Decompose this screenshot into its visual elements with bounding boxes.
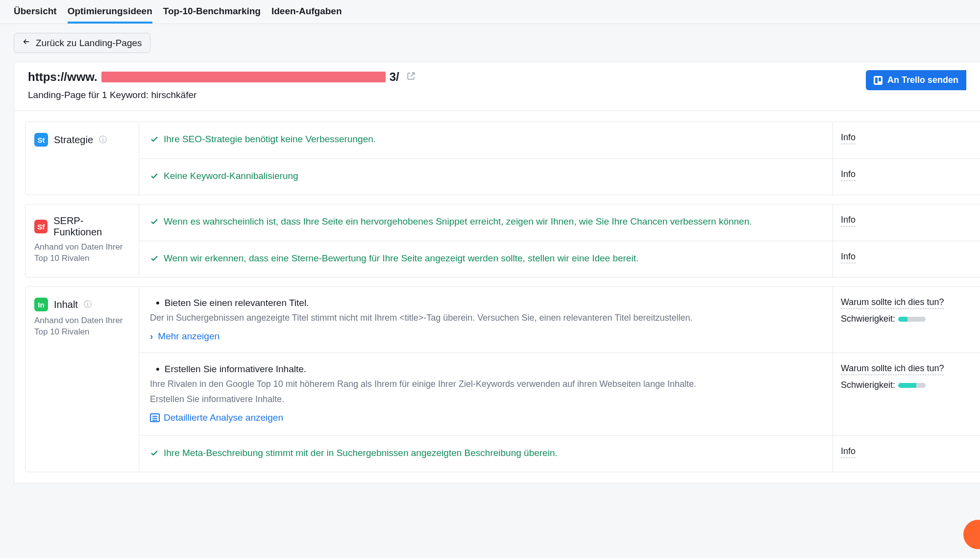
info-link[interactable]: Info [841,252,856,263]
group-serp: Sf SERP-Funktionen Anhand von Daten Ihre… [25,204,980,278]
list-item: •Erstellen Sie informativere Inhalte. Ih… [139,353,980,435]
item-text: Wenn es wahrscheinlich ist, dass Ihre Se… [164,215,752,228]
info-link[interactable]: Info [841,132,856,144]
show-more-label: Mehr anzeigen [158,331,220,342]
trello-label: An Trello senden [887,75,958,85]
difficulty-meter [898,317,926,322]
serp-title: SERP-Funktionen [53,215,130,238]
item-text: Keine Keyword-Kannibalisierung [164,170,298,183]
back-arrow-icon [22,37,31,49]
tab-bar: Übersicht Optimierungsideen Top-10-Bench… [0,0,980,24]
item-text: Ihre Meta-Beschreibung stimmt mit der in… [164,447,558,460]
main-panel: https://www.3/ Landing-Page für 1 Keywor… [14,62,980,483]
strategy-title: Strategie [54,134,93,146]
list-item: Keine Keyword-Kannibalisierung Info [139,159,980,195]
group-content: In Inhalt ⓘ Anhand von Daten Ihrer Top 1… [25,286,980,472]
bullet-icon: • [150,298,160,308]
strategy-info-icon[interactable]: ⓘ [99,135,107,145]
back-label: Zurück zu Landing-Pages [36,38,142,49]
check-icon [150,448,159,461]
trello-icon [874,76,882,85]
report-icon [150,413,160,422]
item-desc: Der in Suchergebnissen angezeigte Titel … [150,311,822,324]
serp-subtitle: Anhand von Daten Ihrer Top 10 Rivalen [34,242,130,264]
difficulty-label: Schwierigkeit: [841,314,895,324]
list-item: Ihre Meta-Beschreibung stimmt mit der in… [139,436,980,472]
list-item: Wenn wir erkennen, dass eine Sterne-Bewe… [139,241,980,278]
tab-tasks[interactable]: Ideen-Aufgaben [271,0,342,24]
difficulty-label: Schwierigkeit: [841,380,895,390]
content-info-icon[interactable]: ⓘ [84,300,92,310]
check-icon [150,134,159,148]
item-text: Ihre SEO-Strategie benötigt keine Verbes… [164,133,376,146]
list-item: Ihre SEO-Strategie benötigt keine Verbes… [139,122,980,159]
url-suffix: 3/ [390,70,399,84]
page-subtitle: Landing-Page für 1 Keyword: hirschkäfer [28,90,416,101]
tab-ideas[interactable]: Optimierungsideen [68,0,152,24]
content-subtitle: Anhand von Daten Ihrer Top 10 Rivalen [34,315,130,338]
detailed-analysis-link[interactable]: Detaillierte Analyse anzeigen [150,412,283,423]
url-redacted [101,72,386,82]
strategy-badge: St [34,133,48,147]
list-item: Wenn es wahrscheinlich ist, dass Ihre Se… [139,204,980,241]
tab-overview[interactable]: Übersicht [14,0,57,24]
why-link[interactable]: Warum sollte ich dies tun? [841,297,944,309]
url-prefix: https://www. [28,70,98,84]
group-strategy: St Strategie ⓘ Ihre SEO-Strategie benöti… [25,122,980,195]
send-to-trello-button[interactable]: An Trello senden [866,70,966,90]
page-header: https://www.3/ Landing-Page für 1 Keywor… [14,62,980,111]
item-desc2: Erstellen Sie informativere Inhalte. [150,393,822,406]
item-bullet: Erstellen Sie informativere Inhalte. [165,364,306,375]
list-item: •Bieten Sie einen relevanteren Titel. De… [139,287,980,353]
why-link[interactable]: Warum sollte ich dies tun? [841,363,944,375]
check-icon [150,254,159,267]
check-icon [150,171,159,184]
show-more-link[interactable]: › Mehr anzeigen [150,331,220,342]
item-bullet: Bieten Sie einen relevanteren Titel. [165,298,309,308]
serp-badge: Sf [34,220,48,233]
content-badge: In [34,298,48,311]
item-text: Wenn wir erkennen, dass eine Sterne-Bewe… [164,252,638,265]
detailed-label: Detaillierte Analyse anzeigen [164,412,283,423]
back-button[interactable]: Zurück zu Landing-Pages [14,33,150,53]
info-link[interactable]: Info [841,169,856,181]
chevron-right-icon: › [150,331,153,342]
page-url: https://www.3/ [28,70,416,84]
tab-benchmark[interactable]: Top-10-Benchmarking [163,0,261,24]
info-link[interactable]: Info [841,215,856,227]
item-desc: Ihre Rivalen in den Google Top 10 mit hö… [150,378,822,390]
open-external-icon[interactable] [406,71,416,83]
content-title: Inhalt [54,299,78,310]
check-icon [150,217,159,230]
info-link[interactable]: Info [841,446,856,458]
difficulty-meter [898,383,926,388]
bullet-icon: • [150,364,160,375]
